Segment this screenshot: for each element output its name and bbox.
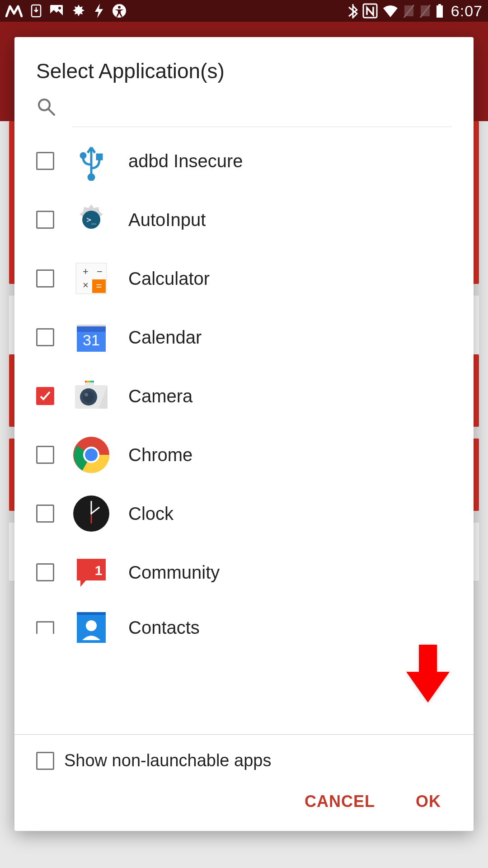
annotation-arrow-down-icon — [403, 645, 453, 705]
checkbox[interactable] — [36, 505, 54, 523]
app-row-clock[interactable]: Clock — [14, 484, 474, 543]
svg-text:31: 31 — [83, 331, 100, 349]
app-label: Calendar — [128, 327, 202, 348]
footer-option-label: Show non-launchable apps — [64, 751, 271, 770]
app-row-camera[interactable]: Camera — [14, 367, 474, 425]
battery-icon — [436, 4, 444, 18]
svg-point-31 — [83, 392, 94, 402]
svg-text:−: − — [97, 266, 103, 277]
app-row-adbd-insecure[interactable]: adbd Insecure — [14, 132, 474, 190]
checkbox[interactable] — [36, 621, 54, 634]
flash-icon — [94, 4, 104, 18]
app-row-contacts[interactable]: Contacts — [14, 602, 474, 633]
app-label: AutoInput — [128, 210, 206, 230]
svg-rect-6 — [404, 5, 413, 16]
nfc-icon — [362, 3, 378, 19]
bluetooth-icon — [348, 3, 358, 19]
checkbox[interactable] — [36, 563, 54, 581]
select-applications-dialog: Select Application(s) adbd Insecure >_ A… — [14, 37, 474, 831]
svg-rect-43 — [77, 612, 106, 615]
image-icon — [50, 5, 63, 17]
camera-icon — [71, 376, 111, 416]
contacts-icon — [71, 608, 111, 647]
download-icon — [31, 4, 42, 18]
svg-text:+: + — [83, 266, 89, 277]
leaf-icon — [71, 4, 86, 18]
checkbox[interactable] — [36, 152, 54, 170]
gear-terminal-icon: >_ — [71, 200, 111, 240]
checkbox[interactable] — [36, 211, 54, 229]
app-row-autoinput[interactable]: >_ AutoInput — [14, 190, 474, 249]
svg-text:1: 1 — [95, 563, 103, 578]
svg-rect-9 — [436, 5, 443, 18]
search-icon[interactable] — [36, 97, 56, 118]
checkbox[interactable] — [36, 446, 54, 464]
status-bar: 6:07 — [0, 0, 488, 22]
app-label: Calculator — [128, 269, 210, 289]
app-row-calculator[interactable]: +−×= Calculator — [14, 249, 474, 308]
checkbox[interactable] — [36, 387, 54, 405]
app-label: Chrome — [128, 445, 192, 465]
chrome-icon — [71, 435, 111, 475]
svg-point-44 — [86, 620, 97, 631]
app-label: adbd Insecure — [128, 151, 243, 171]
cancel-button[interactable]: CANCEL — [305, 792, 375, 811]
dialog-title: Select Application(s) — [14, 37, 474, 97]
ok-button[interactable]: OK — [416, 792, 441, 811]
svg-point-32 — [84, 393, 88, 396]
svg-point-2 — [58, 7, 61, 9]
svg-text:×: × — [83, 279, 89, 291]
app-label: Camera — [128, 386, 192, 406]
svg-rect-8 — [438, 4, 441, 5]
svg-line-11 — [48, 109, 54, 115]
svg-point-12 — [89, 175, 94, 180]
app-row-calendar[interactable]: 31 Calendar — [14, 308, 474, 367]
calendar-icon: 31 — [71, 317, 111, 357]
svg-rect-7 — [421, 5, 430, 16]
usb-icon — [71, 141, 111, 181]
m-logo-icon — [5, 5, 23, 17]
svg-point-13 — [81, 153, 85, 158]
app-label: Clock — [128, 504, 174, 524]
wifi-icon — [382, 5, 399, 17]
svg-point-40 — [90, 513, 92, 514]
checkbox[interactable] — [36, 328, 54, 346]
status-time: 6:07 — [451, 2, 483, 20]
app-row-chrome[interactable]: Chrome — [14, 425, 474, 484]
svg-point-35 — [85, 448, 98, 461]
sim1-disabled-icon — [403, 4, 415, 18]
svg-rect-14 — [97, 155, 102, 159]
app-label: Community — [128, 562, 220, 583]
dialog-actions: CANCEL OK — [14, 781, 474, 831]
accessibility-icon — [112, 4, 127, 18]
calculator-icon: +−×= — [71, 259, 111, 298]
dialog-footer-option[interactable]: Show non-launchable apps — [14, 735, 474, 781]
clock-icon — [71, 494, 111, 533]
app-label: Contacts — [128, 618, 200, 638]
community-icon: 1 — [71, 552, 111, 592]
svg-point-4 — [118, 6, 121, 9]
sim2-disabled-icon — [419, 4, 431, 18]
svg-text:>_: >_ — [86, 215, 96, 224]
svg-text:=: = — [96, 280, 102, 292]
apps-list[interactable]: adbd Insecure >_ AutoInput +−×= Calculat… — [14, 127, 474, 734]
checkbox[interactable] — [36, 269, 54, 288]
svg-rect-29 — [85, 381, 94, 382]
svg-rect-25 — [77, 325, 106, 326]
app-row-community[interactable]: 1 Community — [14, 543, 474, 602]
checkbox-show-non-launchable[interactable] — [36, 752, 54, 770]
